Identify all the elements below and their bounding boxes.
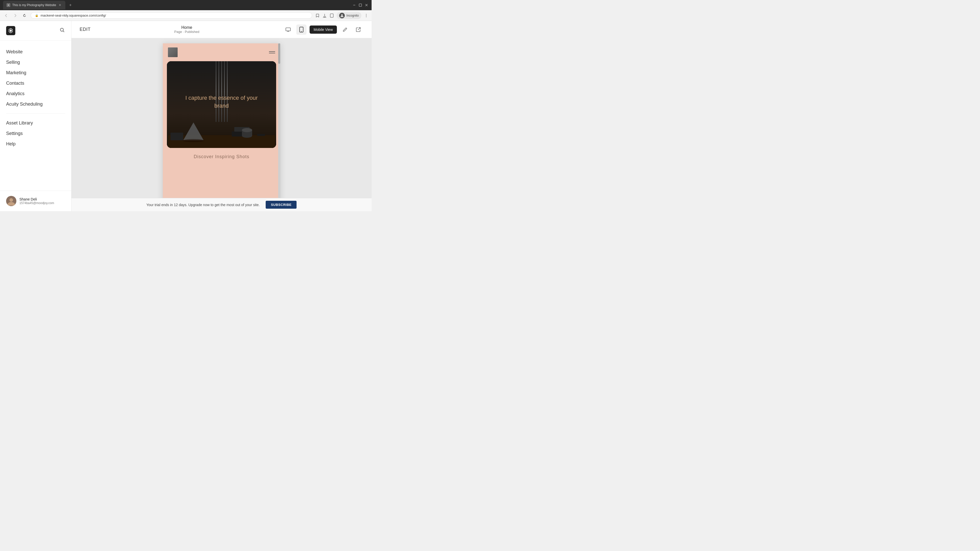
preview-discover-text: Discover Inspiring Shots bbox=[163, 148, 280, 164]
external-link-button[interactable] bbox=[353, 24, 363, 35]
sidebar-item-acuity[interactable]: Acuity Scheduling bbox=[0, 99, 71, 110]
svg-point-4 bbox=[341, 14, 343, 16]
svg-point-23 bbox=[242, 128, 252, 132]
sidebar-item-asset-library[interactable]: Asset Library bbox=[0, 118, 71, 128]
sidebar-item-website[interactable]: Website bbox=[0, 47, 71, 57]
incognito-icon bbox=[339, 13, 345, 18]
sidebar-header bbox=[0, 21, 71, 41]
tab-close-button[interactable]: ✕ bbox=[58, 3, 62, 7]
search-button[interactable] bbox=[59, 27, 65, 34]
user-profile[interactable]: Shane Deli 1574ba45@moodjoy.com bbox=[0, 191, 71, 211]
trial-message: Your trial ends in 12 days. Upgrade now … bbox=[146, 203, 260, 207]
hero-text-line2: brand bbox=[215, 103, 229, 109]
mobile-preview: I capture the essence of your brand bbox=[163, 43, 280, 198]
preview-scrollbar[interactable] bbox=[278, 43, 280, 198]
user-email: 1574ba45@moodjoy.com bbox=[19, 201, 54, 205]
preview-area: I capture the essence of your brand bbox=[72, 38, 372, 198]
incognito-badge: Incognito bbox=[337, 12, 361, 19]
hero-text-line1: I capture the essence of your bbox=[185, 95, 258, 101]
svg-rect-11 bbox=[286, 28, 290, 31]
reload-button[interactable] bbox=[21, 13, 27, 19]
preview-header bbox=[163, 43, 280, 61]
incognito-label: Incognito bbox=[346, 14, 359, 17]
address-bar-row: 🔒 mackerel-seal-nldy.squarespace.com/con… bbox=[0, 10, 372, 21]
svg-point-13 bbox=[301, 31, 302, 32]
sidebar-item-selling[interactable]: Selling bbox=[0, 57, 71, 68]
hamburger-line-2 bbox=[269, 53, 275, 53]
tablet-button[interactable] bbox=[329, 13, 334, 18]
svg-point-7 bbox=[366, 16, 366, 17]
user-avatar bbox=[6, 196, 16, 206]
user-name: Shane Deli bbox=[19, 197, 54, 201]
svg-rect-14 bbox=[168, 135, 275, 148]
address-bar[interactable]: 🔒 mackerel-seal-nldy.squarespace.com/con… bbox=[30, 12, 312, 19]
sidebar-item-analytics[interactable]: Analytics bbox=[0, 89, 71, 99]
page-status: Page · Published bbox=[174, 30, 199, 34]
preview-scrollbar-thumb[interactable] bbox=[278, 43, 280, 64]
edit-label: EDIT bbox=[80, 27, 91, 32]
toolbar-right: Mobile View bbox=[283, 24, 363, 35]
squarespace-logo bbox=[6, 26, 15, 35]
sidebar-item-settings[interactable]: Settings bbox=[0, 128, 71, 139]
address-bar-actions: Incognito bbox=[315, 12, 369, 19]
preview-hero: I capture the essence of your brand bbox=[167, 61, 276, 148]
edit-mode-button[interactable] bbox=[340, 24, 350, 35]
svg-point-16 bbox=[183, 139, 204, 142]
svg-rect-2 bbox=[359, 4, 362, 6]
download-button[interactable] bbox=[322, 13, 327, 18]
main-content: EDIT Home Page · Published bbox=[72, 21, 372, 211]
sidebar-item-marketing[interactable]: Marketing bbox=[0, 68, 71, 78]
mobile-view-tooltip: Mobile View bbox=[310, 25, 337, 34]
svg-marker-15 bbox=[183, 122, 204, 140]
browser-tab[interactable]: This is my Photography Website ✕ bbox=[3, 1, 65, 10]
desktop-view-button[interactable] bbox=[283, 24, 293, 35]
trial-bar: Your trial ends in 12 days. Upgrade now … bbox=[72, 198, 372, 211]
app-container: Website Selling Marketing Contacts Analy… bbox=[0, 21, 372, 211]
tab-favicon-icon bbox=[6, 3, 10, 7]
sidebar: Website Selling Marketing Contacts Analy… bbox=[0, 21, 72, 211]
back-button[interactable] bbox=[3, 13, 9, 19]
hamburger-line-1 bbox=[269, 51, 275, 52]
svg-rect-20 bbox=[257, 134, 265, 136]
svg-point-1 bbox=[8, 4, 9, 6]
svg-point-10 bbox=[10, 198, 13, 202]
tab-title: This is my Photography Website bbox=[12, 3, 56, 7]
browser-chrome: This is my Photography Website ✕ + bbox=[0, 0, 372, 10]
sidebar-nav: Website Selling Marketing Contacts Analy… bbox=[0, 41, 71, 191]
svg-rect-3 bbox=[330, 14, 333, 17]
svg-point-5 bbox=[366, 14, 366, 14]
svg-rect-17 bbox=[170, 133, 183, 140]
sidebar-item-contacts[interactable]: Contacts bbox=[0, 78, 71, 89]
hero-objects bbox=[167, 105, 276, 148]
subscribe-button[interactable]: SUBSCRIBE bbox=[266, 201, 297, 209]
hamburger-menu-icon[interactable] bbox=[269, 51, 275, 53]
page-title: Home bbox=[174, 25, 199, 30]
preview-site-logo bbox=[168, 48, 178, 57]
new-tab-button[interactable]: + bbox=[67, 2, 73, 8]
hero-table-svg bbox=[168, 118, 275, 148]
preview-logo-image bbox=[168, 48, 178, 57]
url-text: mackerel-seal-nldy.squarespace.com/confi… bbox=[41, 14, 106, 17]
svg-point-6 bbox=[366, 15, 366, 16]
hero-text: I capture the essence of your brand bbox=[178, 94, 265, 110]
more-options-button[interactable] bbox=[364, 13, 369, 18]
sidebar-item-help[interactable]: Help bbox=[0, 139, 71, 149]
page-info: Home Page · Published bbox=[174, 25, 199, 34]
hero-background: I capture the essence of your brand bbox=[167, 61, 276, 148]
mobile-view-button[interactable] bbox=[296, 24, 307, 35]
lock-icon: 🔒 bbox=[35, 14, 38, 17]
user-info: Shane Deli 1574ba45@moodjoy.com bbox=[19, 197, 54, 205]
window-controls bbox=[352, 3, 369, 7]
top-toolbar: EDIT Home Page · Published bbox=[72, 21, 372, 38]
forward-button[interactable] bbox=[12, 13, 18, 19]
bookmark-button[interactable] bbox=[315, 13, 320, 18]
